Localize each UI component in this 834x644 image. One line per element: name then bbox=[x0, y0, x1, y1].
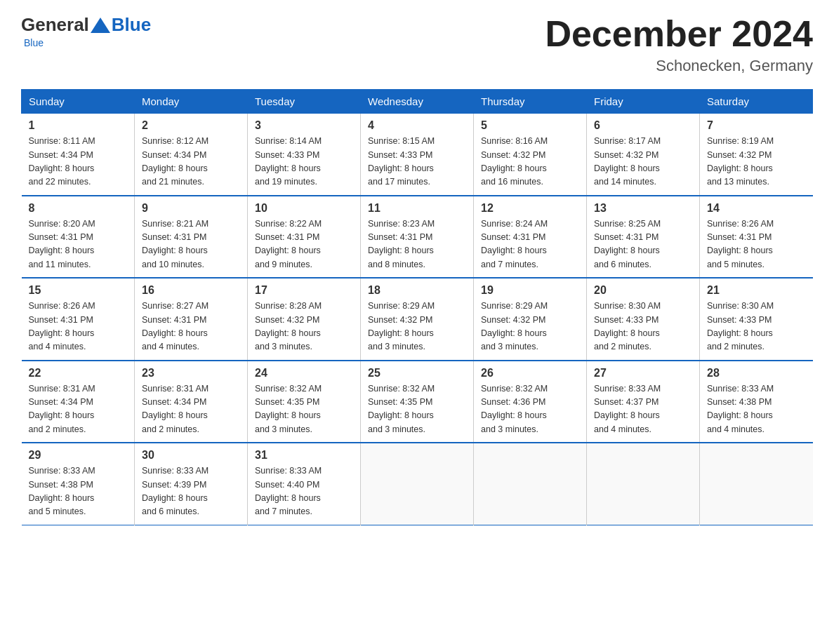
day-number: 10 bbox=[255, 202, 353, 215]
day-info: Sunrise: 8:20 AM Sunset: 4:31 PM Dayligh… bbox=[29, 219, 95, 269]
calendar-cell: 11 Sunrise: 8:23 AM Sunset: 4:31 PM Dayl… bbox=[361, 196, 474, 279]
day-number: 22 bbox=[29, 367, 128, 380]
day-number: 20 bbox=[594, 284, 692, 297]
month-title: December 2024 bbox=[545, 14, 813, 54]
day-number: 7 bbox=[707, 119, 806, 132]
day-number: 15 bbox=[29, 284, 128, 297]
day-number: 18 bbox=[368, 284, 466, 297]
logo-subtitle: Blue bbox=[24, 37, 44, 48]
day-number: 31 bbox=[255, 449, 353, 462]
calendar-cell: 17 Sunrise: 8:28 AM Sunset: 4:32 PM Dayl… bbox=[248, 278, 361, 361]
day-info: Sunrise: 8:31 AM Sunset: 4:34 PM Dayligh… bbox=[29, 384, 95, 434]
day-number: 21 bbox=[707, 284, 806, 297]
logo-triangle-icon bbox=[91, 18, 110, 33]
header-saturday: Saturday bbox=[700, 90, 813, 114]
calendar-cell: 3 Sunrise: 8:14 AM Sunset: 4:33 PM Dayli… bbox=[248, 114, 361, 196]
calendar-cell: 23 Sunrise: 8:31 AM Sunset: 4:34 PM Dayl… bbox=[135, 361, 248, 443]
calendar-cell: 19 Sunrise: 8:29 AM Sunset: 4:32 PM Dayl… bbox=[474, 278, 587, 361]
day-info: Sunrise: 8:31 AM Sunset: 4:34 PM Dayligh… bbox=[142, 384, 208, 434]
logo-blue-text: Blue bbox=[112, 14, 151, 36]
day-info: Sunrise: 8:29 AM Sunset: 4:32 PM Dayligh… bbox=[368, 301, 435, 351]
day-info: Sunrise: 8:30 AM Sunset: 4:33 PM Dayligh… bbox=[594, 301, 661, 351]
calendar-week-row: 1 Sunrise: 8:11 AM Sunset: 4:34 PM Dayli… bbox=[22, 114, 813, 196]
day-number: 2 bbox=[142, 119, 240, 132]
day-info: Sunrise: 8:26 AM Sunset: 4:31 PM Dayligh… bbox=[707, 219, 774, 269]
calendar-cell: 14 Sunrise: 8:26 AM Sunset: 4:31 PM Dayl… bbox=[700, 196, 813, 279]
calendar-week-row: 8 Sunrise: 8:20 AM Sunset: 4:31 PM Dayli… bbox=[22, 196, 813, 279]
calendar-cell: 29 Sunrise: 8:33 AM Sunset: 4:38 PM Dayl… bbox=[22, 443, 135, 525]
day-number: 26 bbox=[481, 367, 579, 380]
calendar-cell: 20 Sunrise: 8:30 AM Sunset: 4:33 PM Dayl… bbox=[587, 278, 700, 361]
calendar-cell: 16 Sunrise: 8:27 AM Sunset: 4:31 PM Dayl… bbox=[135, 278, 248, 361]
day-number: 25 bbox=[368, 367, 466, 380]
day-info: Sunrise: 8:32 AM Sunset: 4:36 PM Dayligh… bbox=[481, 384, 548, 434]
calendar-cell: 30 Sunrise: 8:33 AM Sunset: 4:39 PM Dayl… bbox=[135, 443, 248, 525]
day-number: 3 bbox=[255, 119, 353, 132]
day-info: Sunrise: 8:23 AM Sunset: 4:31 PM Dayligh… bbox=[368, 219, 435, 269]
day-number: 29 bbox=[29, 449, 128, 462]
day-info: Sunrise: 8:26 AM Sunset: 4:31 PM Dayligh… bbox=[29, 301, 95, 351]
calendar-cell: 13 Sunrise: 8:25 AM Sunset: 4:31 PM Dayl… bbox=[587, 196, 700, 279]
day-info: Sunrise: 8:22 AM Sunset: 4:31 PM Dayligh… bbox=[255, 219, 322, 269]
day-number: 9 bbox=[142, 202, 240, 215]
header-sunday: Sunday bbox=[22, 90, 135, 114]
calendar-cell: 22 Sunrise: 8:31 AM Sunset: 4:34 PM Dayl… bbox=[22, 361, 135, 443]
calendar-cell: 10 Sunrise: 8:22 AM Sunset: 4:31 PM Dayl… bbox=[248, 196, 361, 279]
calendar-cell: 9 Sunrise: 8:21 AM Sunset: 4:31 PM Dayli… bbox=[135, 196, 248, 279]
calendar-cell: 26 Sunrise: 8:32 AM Sunset: 4:36 PM Dayl… bbox=[474, 361, 587, 443]
day-info: Sunrise: 8:25 AM Sunset: 4:31 PM Dayligh… bbox=[594, 219, 661, 269]
day-number: 19 bbox=[481, 284, 579, 297]
day-info: Sunrise: 8:24 AM Sunset: 4:31 PM Dayligh… bbox=[481, 219, 548, 269]
day-number: 11 bbox=[368, 202, 466, 215]
day-number: 5 bbox=[481, 119, 579, 132]
day-info: Sunrise: 8:32 AM Sunset: 4:35 PM Dayligh… bbox=[368, 384, 435, 434]
day-number: 23 bbox=[142, 367, 240, 380]
title-area: December 2024 Schonecken, Germany bbox=[545, 14, 813, 75]
day-info: Sunrise: 8:15 AM Sunset: 4:33 PM Dayligh… bbox=[368, 136, 435, 187]
calendar-cell bbox=[700, 443, 813, 525]
day-info: Sunrise: 8:32 AM Sunset: 4:35 PM Dayligh… bbox=[255, 384, 322, 434]
calendar-header-row: SundayMondayTuesdayWednesdayThursdayFrid… bbox=[22, 90, 813, 114]
calendar-cell: 6 Sunrise: 8:17 AM Sunset: 4:32 PM Dayli… bbox=[587, 114, 700, 196]
header-tuesday: Tuesday bbox=[248, 90, 361, 114]
day-info: Sunrise: 8:17 AM Sunset: 4:32 PM Dayligh… bbox=[594, 136, 661, 187]
calendar-cell bbox=[587, 443, 700, 525]
day-info: Sunrise: 8:19 AM Sunset: 4:32 PM Dayligh… bbox=[707, 136, 774, 187]
day-number: 14 bbox=[707, 202, 806, 215]
day-info: Sunrise: 8:21 AM Sunset: 4:31 PM Dayligh… bbox=[142, 219, 208, 269]
calendar-cell: 21 Sunrise: 8:30 AM Sunset: 4:33 PM Dayl… bbox=[700, 278, 813, 361]
day-number: 1 bbox=[29, 119, 128, 132]
day-number: 13 bbox=[594, 202, 692, 215]
calendar-week-row: 29 Sunrise: 8:33 AM Sunset: 4:38 PM Dayl… bbox=[22, 443, 813, 525]
logo-blue-area: Blue bbox=[89, 14, 151, 36]
day-number: 30 bbox=[142, 449, 240, 462]
calendar-cell: 28 Sunrise: 8:33 AM Sunset: 4:38 PM Dayl… bbox=[700, 361, 813, 443]
calendar-cell: 18 Sunrise: 8:29 AM Sunset: 4:32 PM Dayl… bbox=[361, 278, 474, 361]
day-number: 6 bbox=[594, 119, 692, 132]
calendar-cell: 2 Sunrise: 8:12 AM Sunset: 4:34 PM Dayli… bbox=[135, 114, 248, 196]
header-thursday: Thursday bbox=[474, 90, 587, 114]
calendar-cell: 1 Sunrise: 8:11 AM Sunset: 4:34 PM Dayli… bbox=[22, 114, 135, 196]
calendar-table: SundayMondayTuesdayWednesdayThursdayFrid… bbox=[21, 89, 813, 525]
logo-general-text: General bbox=[21, 14, 89, 36]
day-info: Sunrise: 8:14 AM Sunset: 4:33 PM Dayligh… bbox=[255, 136, 322, 187]
location-title: Schonecken, Germany bbox=[545, 57, 813, 75]
day-info: Sunrise: 8:33 AM Sunset: 4:37 PM Dayligh… bbox=[594, 384, 661, 434]
day-number: 12 bbox=[481, 202, 579, 215]
header-wednesday: Wednesday bbox=[361, 90, 474, 114]
calendar-cell: 12 Sunrise: 8:24 AM Sunset: 4:31 PM Dayl… bbox=[474, 196, 587, 279]
day-number: 24 bbox=[255, 367, 353, 380]
day-info: Sunrise: 8:27 AM Sunset: 4:31 PM Dayligh… bbox=[142, 301, 208, 351]
calendar-cell: 5 Sunrise: 8:16 AM Sunset: 4:32 PM Dayli… bbox=[474, 114, 587, 196]
day-number: 17 bbox=[255, 284, 353, 297]
day-info: Sunrise: 8:33 AM Sunset: 4:38 PM Dayligh… bbox=[707, 384, 774, 434]
day-info: Sunrise: 8:33 AM Sunset: 4:38 PM Dayligh… bbox=[29, 466, 95, 516]
logo: General Blue Blue bbox=[21, 14, 151, 48]
day-info: Sunrise: 8:33 AM Sunset: 4:40 PM Dayligh… bbox=[255, 466, 322, 516]
day-info: Sunrise: 8:28 AM Sunset: 4:32 PM Dayligh… bbox=[255, 301, 322, 351]
day-number: 4 bbox=[368, 119, 466, 132]
calendar-cell bbox=[474, 443, 587, 525]
calendar-cell: 24 Sunrise: 8:32 AM Sunset: 4:35 PM Dayl… bbox=[248, 361, 361, 443]
calendar-cell: 25 Sunrise: 8:32 AM Sunset: 4:35 PM Dayl… bbox=[361, 361, 474, 443]
day-info: Sunrise: 8:16 AM Sunset: 4:32 PM Dayligh… bbox=[481, 136, 548, 187]
